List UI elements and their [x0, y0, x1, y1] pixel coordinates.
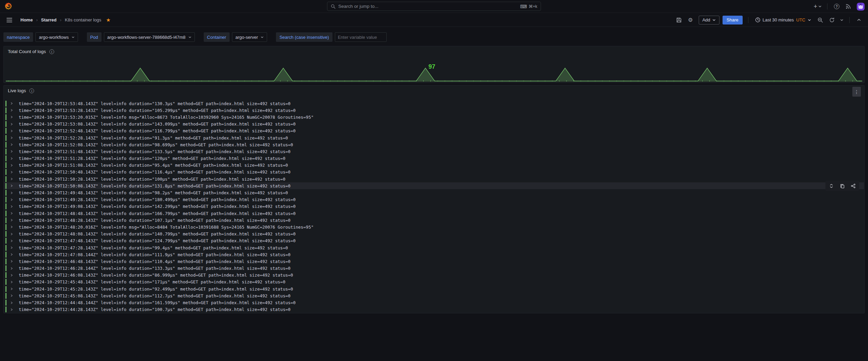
expand-log-icon[interactable]	[10, 109, 13, 112]
log-row[interactable]: time="2024-10-29T12:46:08.143Z" level=in…	[4, 272, 864, 279]
variable-value-namespace[interactable]: argo-workflows	[35, 32, 78, 42]
expand-log-icon[interactable]	[10, 253, 13, 256]
expand-log-icon[interactable]	[10, 136, 13, 140]
log-row[interactable]: time="2024-10-29T12:46:48.143Z" level=in…	[4, 258, 864, 265]
menu-toggle-button[interactable]	[4, 15, 14, 25]
log-row[interactable]: time="2024-10-29T12:48:20.016Z" level=in…	[4, 224, 864, 230]
help-button[interactable]: ?	[832, 1, 842, 12]
log-row[interactable]: time="2024-10-29T12:53:08.143Z" level=in…	[4, 121, 864, 128]
log-row[interactable]: time="2024-10-29T12:49:48.143Z" level=in…	[4, 189, 864, 196]
breadcrumb-starred[interactable]: Starred	[41, 17, 57, 22]
expand-log-icon[interactable]	[10, 122, 13, 126]
expand-log-icon[interactable]	[10, 191, 13, 195]
log-row[interactable]: time="2024-10-29T12:49:08.143Z" level=in…	[4, 203, 864, 210]
log-row[interactable]: time="2024-10-29T12:45:48.143Z" level=in…	[4, 279, 864, 285]
log-row[interactable]: time="2024-10-29T12:45:08.143Z" level=in…	[4, 292, 864, 299]
log-row[interactable]: time="2024-10-29T12:47:28.143Z" level=in…	[4, 244, 864, 251]
grafana-logo[interactable]	[4, 2, 13, 11]
total-count-sparkline[interactable]: 97	[6, 62, 862, 82]
expand-log-icon[interactable]	[10, 184, 13, 187]
expand-log-icon[interactable]	[10, 164, 13, 167]
save-dashboard-button[interactable]	[674, 15, 684, 25]
log-row[interactable]: time="2024-10-29T12:50:08.143Z" level=in…	[4, 182, 864, 189]
expand-log-icon[interactable]	[10, 225, 13, 229]
log-row[interactable]: time="2024-10-29T12:47:08.144Z" level=in…	[4, 251, 864, 258]
zoom-out-time-button[interactable]	[815, 15, 825, 25]
expand-log-icon[interactable]	[10, 170, 13, 174]
log-row[interactable]: time="2024-10-29T12:52:28.143Z" level=in…	[4, 134, 864, 141]
log-line-text: time="2024-10-29T12:46:48.143Z" level=in…	[19, 259, 291, 264]
add-new-button[interactable]: +	[812, 3, 823, 10]
expand-log-icon[interactable]	[10, 280, 13, 284]
expand-log-icon[interactable]	[10, 212, 13, 215]
log-row[interactable]: time="2024-10-29T12:51:08.143Z" level=in…	[4, 162, 864, 169]
expand-log-icon[interactable]	[10, 239, 13, 243]
variable-value-pod[interactable]: argo-workflows-server-788668d5-l47m8	[104, 32, 195, 42]
expand-log-icon[interactable]	[10, 129, 13, 133]
log-row[interactable]: time="2024-10-29T12:51:48.143Z" level=in…	[4, 148, 864, 155]
log-line-text: time="2024-10-29T12:46:28.144Z" level=in…	[19, 266, 291, 271]
log-level-stripe	[5, 149, 6, 154]
add-panel-button[interactable]: Add	[699, 16, 719, 24]
log-row[interactable]: time="2024-10-29T12:46:28.144Z" level=in…	[4, 265, 864, 272]
expand-all-icon[interactable]	[829, 183, 834, 188]
expand-log-icon[interactable]	[10, 102, 13, 105]
log-row[interactable]: time="2024-10-29T12:48:08.143Z" level=in…	[4, 231, 864, 237]
news-button[interactable]	[843, 1, 853, 12]
search-bar[interactable]: Search or jump to... ⌨ ⌘+k	[327, 2, 541, 11]
expand-log-icon[interactable]	[10, 287, 13, 291]
variable-value-container[interactable]: argo-server	[232, 32, 267, 42]
panel-title-live-logs[interactable]: Live logs	[8, 88, 26, 93]
info-icon[interactable]: i	[49, 49, 54, 54]
expand-log-icon[interactable]	[10, 274, 13, 277]
collapse-toolbar-button[interactable]	[854, 15, 864, 25]
panel-title-total-count[interactable]: Total Count of logs	[8, 49, 46, 54]
expand-log-icon[interactable]	[10, 177, 13, 181]
dashboard-settings-button[interactable]: ⚙	[685, 15, 696, 25]
expand-log-icon[interactable]	[10, 308, 13, 311]
expand-log-icon[interactable]	[10, 198, 13, 201]
variable-search-input[interactable]	[335, 32, 387, 42]
expand-log-icon[interactable]	[10, 143, 13, 146]
expand-log-icon[interactable]	[10, 294, 13, 297]
log-row[interactable]: time="2024-10-29T12:49:28.143Z" level=in…	[4, 196, 864, 203]
log-row[interactable]: time="2024-10-29T12:47:48.143Z" level=in…	[4, 237, 864, 244]
expand-log-icon[interactable]	[10, 115, 13, 119]
expand-log-icon[interactable]	[10, 267, 13, 270]
refresh-interval-dropdown[interactable]	[838, 15, 845, 25]
log-row[interactable]: time="2024-10-29T12:51:28.143Z" level=in…	[4, 155, 864, 162]
log-row[interactable]: time="2024-10-29T12:53:28.143Z" level=in…	[4, 107, 864, 114]
breadcrumb-home[interactable]: Home	[20, 17, 33, 22]
time-range-picker[interactable]: Last 30 minutes UTC	[753, 15, 814, 25]
favorite-star-button[interactable]: ★	[106, 17, 110, 23]
expand-log-icon[interactable]	[10, 301, 13, 305]
log-row[interactable]: time="2024-10-29T12:50:48.143Z" level=in…	[4, 169, 864, 176]
expand-log-icon[interactable]	[10, 232, 13, 236]
log-row[interactable]: time="2024-10-29T12:53:20.015Z" level=in…	[4, 114, 864, 120]
refresh-button[interactable]	[827, 15, 837, 25]
panel-menu-button[interactable]: ⋮	[852, 87, 861, 97]
expand-log-icon[interactable]	[10, 218, 13, 222]
log-row[interactable]: time="2024-10-29T12:53:48.143Z" level=in…	[4, 100, 864, 107]
share-icon[interactable]	[851, 183, 856, 188]
log-row[interactable]: time="2024-10-29T12:52:08.143Z" level=in…	[4, 141, 864, 148]
info-icon[interactable]: i	[29, 88, 34, 93]
log-row[interactable]: time="2024-10-29T12:48:48.143Z" level=in…	[4, 210, 864, 217]
log-row[interactable]: time="2024-10-29T12:44:28.143Z" level=in…	[4, 306, 864, 313]
log-row[interactable]: time="2024-10-29T12:48:28.143Z" level=in…	[4, 217, 864, 224]
copy-icon[interactable]	[840, 183, 845, 188]
expand-log-icon[interactable]	[10, 150, 13, 153]
log-level-stripe	[5, 211, 6, 216]
share-button[interactable]: Share	[723, 16, 743, 24]
log-row[interactable]: time="2024-10-29T12:45:28.143Z" level=in…	[4, 285, 864, 292]
log-line-text: time="2024-10-29T12:47:48.143Z" level=in…	[19, 238, 296, 243]
user-avatar[interactable]	[857, 3, 865, 11]
log-row[interactable]: time="2024-10-29T12:52:48.143Z" level=in…	[4, 128, 864, 134]
log-row[interactable]: time="2024-10-29T12:50:28.143Z" level=in…	[4, 176, 864, 182]
expand-log-icon[interactable]	[10, 157, 13, 160]
expand-log-icon[interactable]	[10, 260, 13, 263]
log-row[interactable]: time="2024-10-29T12:44:48.144Z" level=in…	[4, 299, 864, 306]
expand-log-icon[interactable]	[10, 205, 13, 208]
expand-log-icon[interactable]	[10, 246, 13, 249]
log-line-text: time="2024-10-29T12:51:08.143Z" level=in…	[19, 163, 288, 168]
